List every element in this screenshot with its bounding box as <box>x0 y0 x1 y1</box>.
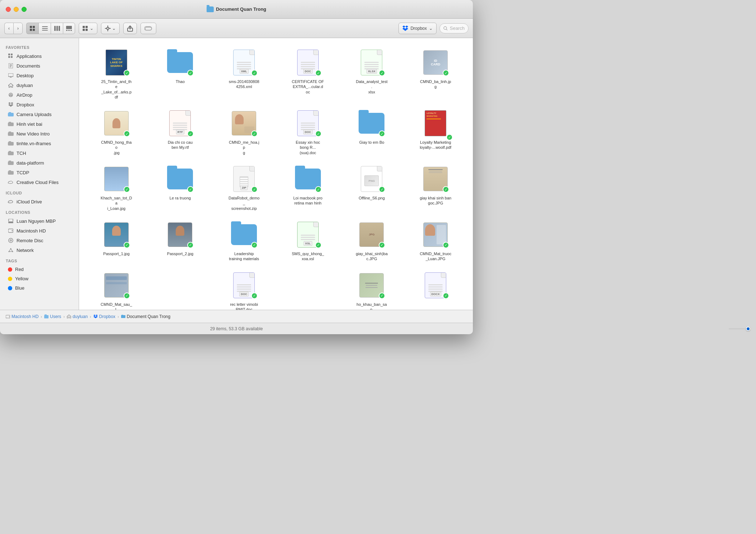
file-item-essay[interactable]: DOC ✓ Essay xin hocbong R...(sua).doc <box>278 106 338 158</box>
sidebar-item-network[interactable]: Network <box>2 245 77 255</box>
file-item-certificate[interactable]: DOC ✓ CERTIFICATE OFEXTRA_...cular.doc <box>278 45 338 102</box>
gallery-view-icon <box>66 26 72 31</box>
essay-thumb: DOC ✓ <box>294 109 322 138</box>
tags-button[interactable] <box>140 23 156 34</box>
le-ra-truong-thumb: ✓ <box>166 165 194 193</box>
sidebar-item-creative-cloud[interactable]: Creative Cloud Files <box>2 178 77 187</box>
sidebar-item-icloud-drive[interactable]: iCloud Drive <box>2 197 77 206</box>
sidebar-label-luan-mbp: Luan Nguyen MBP <box>17 218 56 224</box>
dropbox-arrow: ⌄ <box>429 26 433 31</box>
sidebar-item-tinhte[interactable]: tinhte.vn-iframes <box>2 139 77 148</box>
file-item-cmnd-ba-linh[interactable]: IDCARD ✓ CMND_ba_linh.jpg <box>405 45 466 102</box>
svg-rect-63 <box>9 219 13 222</box>
sidebar-item-tag-yellow[interactable]: Yellow <box>2 274 77 283</box>
file-label: Le ra truong <box>170 195 191 201</box>
file-item-giay-to[interactable]: ✓ Giay to em Bo <box>342 106 402 158</box>
sidebar-item-tch[interactable]: TCH <box>2 148 77 158</box>
share-button[interactable] <box>123 23 137 34</box>
column-view-button[interactable] <box>51 23 63 34</box>
sidebar-item-new-video-intro[interactable]: New Video Intro <box>2 129 77 138</box>
breadcrumb-duyluan[interactable]: duyluan <box>67 314 88 319</box>
zoom-button[interactable] <box>22 7 27 12</box>
sidebar-item-luan-mbp[interactable]: Luan Nguyen MBP <box>2 216 77 226</box>
sidebar-item-tag-blue[interactable]: Blue <box>2 284 77 293</box>
file-item-sms-xml[interactable]: XML ✓ sms-20140308084256.xml <box>214 45 274 102</box>
check-badge: ✓ <box>443 70 449 76</box>
arrange-button[interactable]: ⌄ <box>79 23 97 34</box>
file-item-khach-san[interactable]: ✓ Khach_san_tot_Dai_Loan.jpg <box>86 162 147 214</box>
list-view-button[interactable] <box>38 23 51 34</box>
sidebar-label-dropbox: Dropbox <box>17 102 34 107</box>
rec-letter-thumb: DOC ✓ <box>230 271 258 300</box>
datarobot-thumb: ZIP ✓ <box>230 165 258 193</box>
sidebar-item-tag-red[interactable]: Red <box>2 265 77 274</box>
file-item-loyalty[interactable]: LOYALTY MARKETING ✓ Loyalty Marketingloy… <box>405 106 466 158</box>
breadcrumb-sep-3: › <box>90 314 91 319</box>
file-label: CMND_ba_linh.jpg <box>419 79 452 89</box>
file-item-rec-letter[interactable]: DOC ✓ rec letter vimobiRMIT.doc <box>214 268 274 310</box>
file-item-loi-macbook[interactable]: ✓ Loi macbook proretina man hinh <box>278 162 338 214</box>
file-item-docx[interactable]: DOCX ✓ <box>405 268 466 310</box>
file-item-tintin[interactable]: TINTINLAKE OFSHARKS ✓ 25_Tintin_and_the_… <box>86 45 147 102</box>
sidebar-item-desktop[interactable]: Desktop <box>2 71 77 80</box>
svg-rect-60 <box>9 161 11 162</box>
file-item-thao[interactable]: ✓ Thao <box>150 45 211 102</box>
file-item-cmnd-mat-truoc[interactable]: ✓ CMND_Mat_truoc_Luan.JPG <box>405 217 466 264</box>
check-badge: ✓ <box>315 70 322 76</box>
dia-chi-thumb: RTF ✓ <box>166 109 194 138</box>
file-item-giay-khai-sinh-c[interactable]: JPG ✓ giay_khai_sinh)bac.JPG <box>342 217 402 264</box>
file-item-cmnd-mat-sau[interactable]: ✓ CMND_Mat_sau_Luan.JPG <box>86 268 147 310</box>
sidebar-item-tcdp[interactable]: TCDP <box>2 168 77 177</box>
file-label: Loyalty Marketingloyalty-...woolf.pdf <box>420 140 451 150</box>
file-item-le-ra-truong[interactable]: ✓ Le ra truong <box>150 162 211 214</box>
title-folder-icon <box>207 6 214 12</box>
sidebar-item-data-platform[interactable]: data-platform <box>2 158 77 167</box>
tinhte-folder-icon <box>8 141 14 146</box>
gallery-view-button[interactable] <box>63 23 75 34</box>
dropbox-button[interactable]: Dropbox ⌄ <box>398 23 436 34</box>
file-item-cmnd-me-hoa[interactable]: ✓ CMND_me_hoa.jpg <box>214 106 274 158</box>
file-item-passport2[interactable]: ✓ Passport_2.jpg <box>150 217 211 264</box>
file-item-offline-s6[interactable]: PNG ✓ Offline_S6.png <box>342 162 402 214</box>
breadcrumb-macintosh-hd[interactable]: Macintosh HD <box>6 314 38 319</box>
sidebar-item-macintosh-hd[interactable]: Macintosh HD <box>2 226 77 235</box>
sidebar-item-documents[interactable]: Documents <box>2 61 77 70</box>
file-item-cmnd-hong-thao[interactable]: ✓ CMND_hong_thao.jpg <box>86 106 147 158</box>
sidebar-item-dropbox[interactable]: Dropbox <box>2 100 77 109</box>
check-badge: ✓ <box>443 242 449 248</box>
search-box[interactable]: Search <box>439 23 469 33</box>
file-grid: TINTINLAKE OFSHARKS ✓ 25_Tintin_and_the_… <box>86 45 466 310</box>
close-button[interactable] <box>6 7 11 12</box>
sidebar-item-duyluan[interactable]: duyluan <box>2 80 77 90</box>
breadcrumb-users[interactable]: Users <box>44 314 61 319</box>
sidebar-item-camera-uploads[interactable]: Camera Uploads <box>2 110 77 119</box>
svg-rect-32 <box>8 54 10 55</box>
sidebar-item-airdrop[interactable]: AirDrop <box>2 90 77 100</box>
icon-view-button[interactable] <box>26 23 38 34</box>
sidebar-item-remote-disc[interactable]: Remote Disc <box>2 236 77 245</box>
file-item-leadership[interactable]: ✓ Leadershiptraining materials <box>214 217 274 264</box>
search-icon <box>443 26 448 31</box>
minimize-button[interactable] <box>14 7 19 12</box>
file-label: SMS_quy_khong_xoa.xsl <box>292 251 324 262</box>
column-view-icon <box>54 26 60 31</box>
file-item-data-analyst[interactable]: XLSX ✓ Data_analyst_test.xlsx <box>342 45 402 102</box>
sidebar-item-hinh-viet-bai[interactable]: Hinh viet bai <box>2 119 77 129</box>
file-item-passport1[interactable]: ✓ Passport_1.jpg <box>86 217 147 264</box>
file-item-sms-quy[interactable]: XSL ✓ SMS_quy_khong_xoa.xsl <box>278 217 338 264</box>
file-item-giay-khai-sinh-ban[interactable]: ✓ giay khai sinh bangoc.JPG <box>405 162 466 214</box>
svg-point-67 <box>9 238 13 243</box>
svg-marker-43 <box>8 83 13 88</box>
file-label: CMND_Mat_sau_Luan.JPG <box>100 302 133 310</box>
svg-rect-7 <box>54 26 56 31</box>
sidebar-item-applications[interactable]: Applications <box>2 51 77 61</box>
file-item-dia-chi[interactable]: RTF ✓ Dia chi co cauben My.rtf <box>150 106 211 158</box>
action-button[interactable]: ⌄ <box>101 23 120 34</box>
giay-khai-sinh-ban-thumb: ✓ <box>421 165 450 193</box>
back-button[interactable]: ‹ <box>4 23 13 34</box>
file-item-ho-khau[interactable]: ✓ ho_khau_ban_sao.JPG <box>342 268 402 310</box>
breadcrumb-dropbox[interactable]: Dropbox <box>93 314 115 319</box>
share-icon <box>127 25 133 32</box>
file-item-datarobot[interactable]: ZIP ✓ DataRobot_demo_screenshot.zip <box>214 162 274 214</box>
forward-button[interactable]: › <box>13 23 23 34</box>
